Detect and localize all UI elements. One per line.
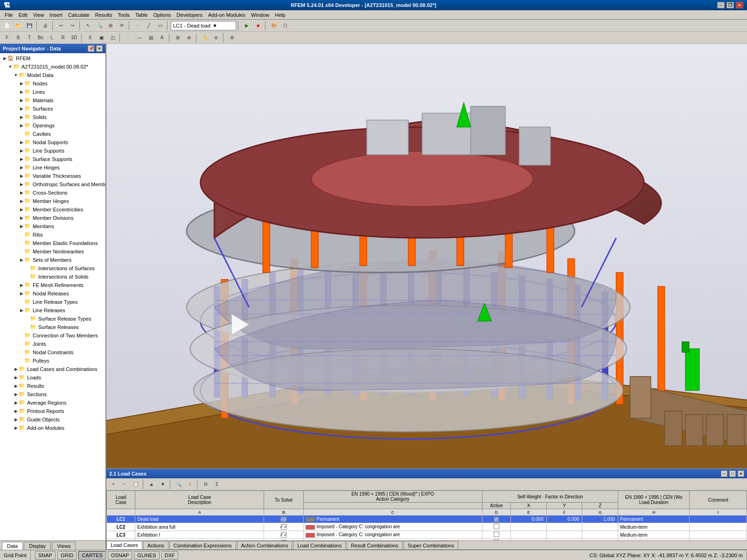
tree-item-intersections-surfaces[interactable]: ▶ 📁 Intersections of Surfaces [0,264,105,273]
tree-item-intersections-solids[interactable]: ▶ 📁 Intersections of Solids [0,273,105,281]
tree-item-member-eccentricities[interactable]: ▶ 📁 Member Eccentricities [0,205,105,214]
menu-options[interactable]: Options [150,11,174,19]
nav-tab-data[interactable]: Data [2,542,23,550]
tree-item-surface-supports[interactable]: ▶ 📁 Surface Supports [0,155,105,163]
maximize-button[interactable]: ❐ [726,2,734,8]
tree-item-guide-objects[interactable]: ▶ 📁 Guide Objects [0,415,105,424]
tab-load-combinations[interactable]: Load Combinations [293,541,346,549]
tree-item-solids[interactable]: ▶ 📁 Solids [0,113,105,121]
tb-render[interactable]: 🎨 [269,21,279,31]
tb-surfs-vis[interactable]: ▤ [146,33,156,43]
tb-rotate[interactable]: ⟳ [117,21,127,31]
menu-results[interactable]: Results [92,11,115,19]
tab-actions[interactable]: Actions [143,541,168,549]
tree-item-openings[interactable]: ▶ 📁 Openings [0,121,105,130]
tb-table-filter[interactable]: 🔍 [174,479,184,490]
tb-solid[interactable]: ▣ [96,33,106,43]
tb-left[interactable]: L [47,33,57,43]
tb-trans[interactable]: ◫ [107,33,118,43]
tb-print[interactable]: 🖨 [40,21,50,31]
tb-iso[interactable]: 3D [69,33,79,43]
minimize-button[interactable]: ─ [717,2,725,8]
tb-xray[interactable]: X [85,33,95,43]
cell-active[interactable] [482,531,510,539]
tb-snap[interactable]: ⊕ [184,33,194,43]
tb-save[interactable]: 💾 [24,21,35,31]
menu-tools[interactable]: Tools [115,11,133,19]
menu-addon[interactable]: Add-on Modules [205,11,248,19]
tb-nodes-vis[interactable]: · [123,33,133,43]
nav-tab-views[interactable]: Views [52,542,76,550]
tb-select[interactable]: ↖ [83,21,93,31]
cell-active[interactable] [482,523,510,531]
tree-item-loads[interactable]: ▶ 📁 Loads [0,373,105,382]
bottom-panel-maximize[interactable]: □ [729,470,736,477]
tree-item-connection-two-members[interactable]: ▶ 📁 Connection of Two Members [0,331,105,340]
tb-section[interactable]: ⊘ [211,33,221,43]
tb-wire[interactable]: ⬡ [280,21,290,31]
tab-result-combinations[interactable]: Result Combinations [347,541,403,549]
tree-item-surface-releases[interactable]: ▶ 📁 Surface Releases [0,323,105,331]
tab-action-combinations[interactable]: Action Combinations [237,541,293,549]
tree-item-nodal-constraints[interactable]: ▶ 📁 Nodal Constraints [0,348,105,357]
tb-top[interactable]: T [24,33,35,43]
tree-item-member-hinges[interactable]: ▶ 📁 Member Hinges [0,197,105,205]
tree-item-lines[interactable]: ▶ 📁 Lines [0,88,105,96]
tree-item-variable-thicknesses[interactable]: ▶ 📁 Variable Thicknesses [0,172,105,180]
tb-labels[interactable]: A [157,33,167,43]
tab-super-combinations[interactable]: Super Combinations [404,541,459,549]
tree-item-line-supports[interactable]: ▶ 📁 Line Supports [0,147,105,155]
tree-item-rfem[interactable]: ▶ 🏠 RFEM [0,54,105,63]
loadcase-dropdown[interactable]: LC1 - Dead load ▼ [171,21,236,30]
tb-new[interactable]: 📄 [2,21,12,31]
tree-item-load-cases-comb[interactable]: ▶ 📁 Load Cases and Combinations [0,365,105,373]
menu-file[interactable]: File [2,11,16,19]
tree-item-fe-mesh[interactable]: ▶ 📁 FE Mesh Refinements [0,281,105,289]
tb-zoom-fit[interactable]: ⊞ [105,21,116,31]
tab-combination-expressions[interactable]: Combination Expressions [169,541,236,549]
tree-item-printout[interactable]: ▶ 📁 Printout Reports [0,407,105,415]
cell-to-solve[interactable]: ✓ [264,531,303,539]
tree-item-line-hinges[interactable]: ▶ 📁 Line Hinges [0,163,105,172]
tab-load-cases[interactable]: Load Cases [106,541,142,549]
tb-table-up[interactable]: ▲ [147,479,157,490]
tb-table-delete[interactable]: − [119,479,130,490]
tree-item-member-divisions[interactable]: ▶ 📁 Member Divisions [0,214,105,222]
tb-fx[interactable]: fx [201,479,211,490]
status-btn-dxf[interactable]: DXF [161,551,178,560]
nav-tab-display[interactable]: Display [24,542,51,550]
tb-table-sort[interactable]: ↕ [185,479,195,490]
tree-item-cavities[interactable]: ▶ 📁 Cavities [0,130,105,138]
tb-right[interactable]: R [58,33,68,43]
tb-sum[interactable]: Σ [212,479,222,490]
tree-item-materials[interactable]: ▶ 📁 Materials [0,96,105,105]
tb-table-add[interactable]: + [108,479,119,490]
tb-back[interactable]: B [13,33,23,43]
menu-edit[interactable]: Edit [16,11,30,19]
tb-settings[interactable]: ⚙ [227,33,237,43]
cell-to-solve[interactable]: ✓ [264,516,303,523]
tb-measure[interactable]: 📏 [200,33,210,43]
menu-window[interactable]: Window [248,11,272,19]
tree-item-addon-modules[interactable]: ▶ 📁 Add-on Modules [0,424,105,432]
tree-item-results[interactable]: ▶ 📁 Results [0,382,105,390]
tb-lines-vis[interactable]: — [134,33,145,43]
tree-item-joints[interactable]: ▶ 📁 Joints [0,340,105,348]
menu-developers[interactable]: Developers [174,11,205,19]
menu-view[interactable]: View [30,11,47,19]
close-button[interactable]: × [736,2,743,8]
tb-node[interactable]: · [133,21,143,31]
tree-item-sets-of-members[interactable]: ▶ 📁 Sets of Members [0,256,105,264]
tb-zoom[interactable]: 🔍 [94,21,105,31]
status-btn-grid[interactable]: GRID [57,551,77,560]
tb-grid[interactable]: ⊞ [173,33,183,43]
tb-line[interactable]: ╱ [144,21,154,31]
tb-surface[interactable]: ▭ [155,21,165,31]
tree-item-member-nonlinear[interactable]: ▶ 📁 Member Nonlinearities [0,247,105,256]
status-btn-osnap[interactable]: OSNAP [108,551,133,560]
tree-item-nodes[interactable]: ▶ 📁 Nodes [0,79,105,88]
tb-bottom[interactable]: Bo [35,33,46,43]
tree-item-member-elastic[interactable]: ▶ 📁 Member Elastic Foundations [0,239,105,247]
tb-front[interactable]: F [2,33,12,43]
tree-item-pulleys[interactable]: ▶ 📁 Pulleys [0,357,105,365]
